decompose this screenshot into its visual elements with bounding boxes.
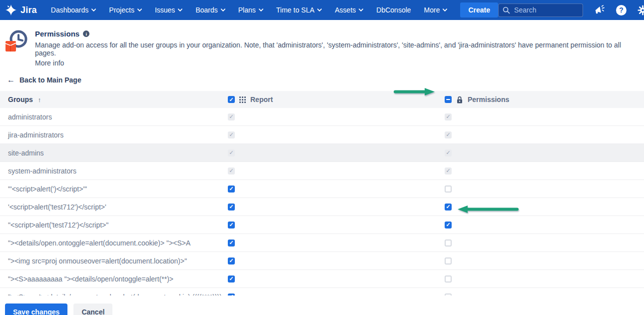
table-row: "'<script>alert(')</script>'"	[0, 180, 644, 198]
permissions-checkbox[interactable]	[445, 240, 452, 246]
jira-brand[interactable]: Jira	[5, 4, 37, 16]
chevron-down-icon	[221, 8, 225, 12]
announcements-icon[interactable]	[594, 5, 605, 15]
report-checkbox[interactable]	[228, 186, 235, 192]
report-select-all-checkbox[interactable]	[228, 96, 235, 103]
report-checkbox[interactable]	[228, 240, 235, 246]
table-row: "><img src=proj onmouseover=alert(docume…	[0, 252, 644, 270]
permissions-checkbox[interactable]	[445, 294, 452, 296]
chevron-down-icon	[443, 8, 447, 12]
group-name: jira-administrators	[0, 131, 228, 139]
settings-icon[interactable]	[638, 5, 644, 16]
more-info-link[interactable]: More info	[35, 59, 637, 67]
permissions-checkbox[interactable]	[445, 204, 452, 210]
footer-actions: Save changes Cancel	[5, 304, 644, 315]
sort-ascending-icon: ↑	[38, 96, 41, 104]
table-row: jira-administrators	[0, 126, 644, 144]
nav-menu: Dashboards Projects Issues Boards Plans …	[51, 6, 448, 14]
annotation-arrow-right	[394, 88, 435, 96]
jira-logo-icon	[5, 4, 17, 16]
permissions-checkbox[interactable]	[445, 258, 452, 264]
table-row: "><details/open.ontoggle=alert(document.…	[0, 234, 644, 252]
save-changes-button[interactable]: Save changes	[5, 304, 67, 315]
chevron-down-icon	[359, 8, 363, 12]
info-icon[interactable]: i	[83, 30, 89, 37]
group-name: "><img src=proj onmouseover=alert(docume…	[0, 257, 228, 265]
report-checkbox[interactable]	[228, 204, 235, 210]
create-button[interactable]: Create	[460, 2, 498, 18]
search-input[interactable]	[514, 6, 574, 14]
app-clock-package-icon	[4, 28, 29, 54]
report-checkbox	[228, 132, 235, 138]
group-name: '<script>alert('test712')</script>'	[0, 203, 228, 211]
report-checkbox[interactable]	[228, 276, 235, 282]
nav-item-dbconsole[interactable]: DbConsole	[376, 6, 411, 14]
chevron-down-icon	[137, 8, 142, 12]
group-name: "><S>aaa'><details/open.ontoggle=alert(d…	[0, 293, 228, 296]
group-name: administrators	[0, 113, 228, 121]
grid-icon	[239, 96, 246, 103]
group-name: "<script>alert('test712')</script>"	[0, 221, 228, 229]
permissions-column-label: Permissions	[468, 96, 509, 104]
group-name: "'<script>alert(')</script>'"	[0, 185, 228, 193]
annotation-arrow-left	[458, 206, 519, 213]
report-column-label: Report	[250, 96, 273, 104]
brand-name: Jira	[20, 5, 37, 16]
table-row: system-administrators	[0, 162, 644, 180]
table-row: '<script>alert('test712')</script>'	[0, 198, 644, 216]
lock-icon	[456, 96, 463, 104]
page-description: Manage add-on access for all the user gr…	[35, 41, 637, 57]
page-title: Permissions	[35, 30, 79, 38]
report-checkbox[interactable]	[228, 294, 235, 296]
back-arrow-icon: ←	[7, 76, 15, 84]
permissions-checkbox	[445, 150, 452, 156]
permissions-checkbox[interactable]	[445, 276, 452, 282]
nav-item-time-to-sla[interactable]: Time to SLA	[276, 6, 322, 14]
nav-item-dashboards[interactable]: Dashboards	[51, 6, 96, 14]
chevron-down-icon	[91, 8, 96, 12]
table-row: "<script>alert('test712')</script>"	[0, 216, 644, 234]
table-body: administrators jira-administrators site-…	[0, 108, 644, 296]
report-checkbox[interactable]	[228, 258, 235, 264]
help-icon[interactable]: ?	[616, 5, 627, 16]
nav-item-plans[interactable]: Plans	[238, 6, 263, 14]
groups-column-header[interactable]: Groups ↑	[0, 96, 228, 104]
nav-item-assets[interactable]: Assets	[335, 6, 363, 14]
group-name: site-admins	[0, 149, 228, 157]
group-name: "><S>aaaaaaaaa "><details/open/ontoggle=…	[0, 275, 228, 283]
permissions-table: Groups ↑ Report	[0, 91, 644, 296]
report-checkbox[interactable]	[228, 222, 235, 228]
back-to-main-page-link[interactable]: ← Back to Main Page	[7, 76, 81, 84]
permissions-checkbox[interactable]	[445, 222, 452, 228]
group-name: system-administrators	[0, 167, 228, 175]
table-row: "><S>aaa'><details/open.ontoggle=alert(d…	[0, 288, 644, 296]
report-checkbox	[228, 114, 235, 120]
table-header-row: Groups ↑ Report	[0, 91, 644, 108]
table-row: administrators	[0, 108, 644, 126]
chevron-down-icon	[259, 8, 263, 12]
permissions-checkbox[interactable]	[445, 186, 452, 192]
nav-item-boards[interactable]: Boards	[195, 6, 225, 14]
search-icon	[503, 6, 510, 14]
permissions-checkbox	[445, 114, 452, 120]
report-checkbox	[228, 168, 235, 174]
permissions-select-all-checkbox[interactable]	[445, 96, 452, 103]
page-header: Permissions i Manage add-on access for a…	[0, 20, 644, 67]
nav-item-more[interactable]: More	[424, 6, 448, 14]
permissions-checkbox	[445, 132, 452, 138]
report-checkbox	[228, 150, 235, 156]
cancel-button[interactable]: Cancel	[73, 304, 112, 315]
nav-item-issues[interactable]: Issues	[155, 6, 182, 14]
top-nav-bar: Jira Dashboards Projects Issues Boards P…	[0, 0, 644, 20]
chevron-down-icon	[178, 8, 182, 12]
table-row: "><S>aaaaaaaaa "><details/open/ontoggle=…	[0, 270, 644, 288]
table-row: site-admins	[0, 144, 644, 162]
group-name: "><details/open.ontoggle=alert(document.…	[0, 239, 228, 247]
chevron-down-icon	[317, 8, 322, 12]
permissions-checkbox	[445, 168, 452, 174]
search-box[interactable]	[498, 4, 583, 17]
nav-item-projects[interactable]: Projects	[109, 6, 142, 14]
